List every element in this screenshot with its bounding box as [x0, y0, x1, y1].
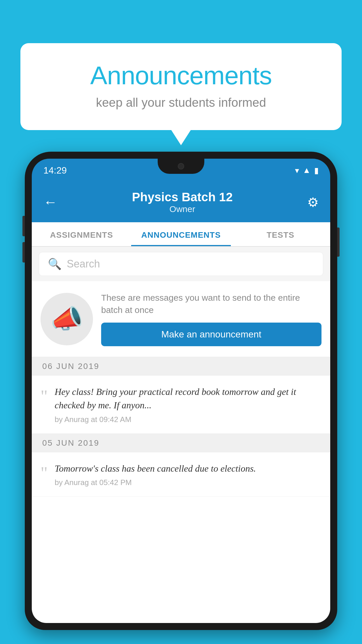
tab-assignments[interactable]: ASSIGNMENTS [32, 222, 131, 246]
announcement-meta-2: by Anurag at 05:42 PM [55, 478, 322, 487]
announcement-text-1: Hey class! Bring your practical record b… [55, 385, 322, 412]
prompt-right: These are messages you want to send to t… [101, 292, 321, 346]
megaphone-icon: 📣 [50, 304, 83, 334]
quote-icon-2: " [41, 464, 48, 482]
status-icons: ▾ ▲ ▮ [295, 166, 319, 175]
power-button [337, 228, 340, 257]
announcement-prompt: 📣 These are messages you want to send to… [32, 281, 330, 357]
announcement-text-2: Tomorrow's class has been cancelled due … [55, 462, 322, 475]
back-button[interactable]: ← [43, 195, 57, 209]
header-role: Owner [57, 204, 307, 214]
announcement-content-1: Hey class! Bring your practical record b… [55, 385, 322, 424]
speech-bubble-subtitle: keep all your students informed [44, 96, 318, 110]
announcement-item-2[interactable]: " Tomorrow's class has been cancelled du… [32, 452, 330, 497]
speech-bubble-title: Announcements [44, 61, 318, 90]
tabs-bar: ASSIGNMENTS ANNOUNCEMENTS TESTS [32, 222, 330, 247]
status-time: 14:29 [43, 165, 67, 176]
battery-icon: ▮ [314, 166, 319, 175]
search-bar[interactable]: 🔍 Search [39, 252, 323, 276]
tab-tests[interactable]: TESTS [231, 222, 330, 246]
settings-icon[interactable]: ⚙ [307, 195, 319, 210]
volume-down-button [22, 242, 25, 262]
search-placeholder: Search [67, 258, 100, 270]
make-announcement-button[interactable]: Make an announcement [101, 323, 321, 346]
date-separator-2: 05 JUN 2019 [32, 434, 330, 452]
phone-screen: ← Physics Batch 12 Owner ⚙ ASSIGNMENTS A… [32, 182, 330, 623]
announcement-meta-1: by Anurag at 09:42 AM [55, 415, 322, 424]
volume-up-button [22, 216, 25, 236]
announcement-content-2: Tomorrow's class has been cancelled due … [55, 462, 322, 487]
app-header: ← Physics Batch 12 Owner ⚙ [32, 182, 330, 222]
wifi-icon: ▾ [295, 166, 299, 175]
speech-bubble-container: Announcements keep all your students inf… [20, 43, 342, 130]
date-separator-1: 06 JUN 2019 [32, 357, 330, 376]
search-icon: 🔍 [48, 258, 61, 270]
status-bar: 14:29 ▾ ▲ ▮ [32, 159, 330, 182]
phone-notch [158, 159, 204, 174]
quote-icon-1: " [41, 387, 48, 405]
phone-outer-shell: 14:29 ▾ ▲ ▮ ← Physics Batch 12 Owner ⚙ [25, 152, 337, 630]
announcement-item-1[interactable]: " Hey class! Bring your practical record… [32, 376, 330, 434]
signal-icon: ▲ [303, 166, 311, 175]
megaphone-circle: 📣 [41, 293, 93, 345]
tab-announcements[interactable]: ANNOUNCEMENTS [131, 222, 231, 246]
search-container: 🔍 Search [32, 247, 330, 281]
batch-name: Physics Batch 12 [57, 190, 307, 204]
header-title-group: Physics Batch 12 Owner [57, 190, 307, 214]
prompt-description: These are messages you want to send to t… [101, 292, 321, 316]
front-camera [178, 163, 184, 169]
speech-bubble: Announcements keep all your students inf… [20, 43, 342, 130]
phone-mockup: 14:29 ▾ ▲ ▮ ← Physics Batch 12 Owner ⚙ [25, 152, 337, 644]
